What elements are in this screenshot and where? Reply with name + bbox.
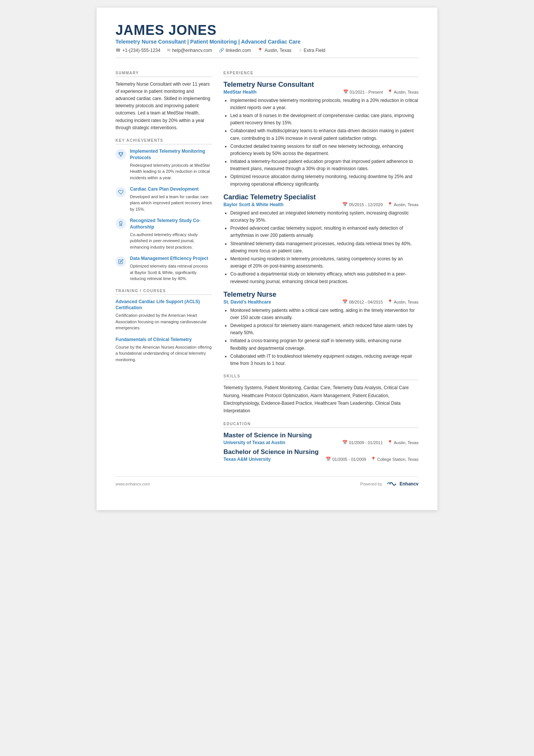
job-bullets-3: Monitored telemetry patients within a cr… <box>223 307 418 368</box>
achievement-item-3: Recognized Telemetry Study Co-Authorship… <box>116 218 212 250</box>
resume-page: JAMES JONES Telemetry Nurse Consultant |… <box>97 8 437 510</box>
training-title-2: Fundamentals of Clinical Telemetry <box>116 337 212 343</box>
achievement-content-1: Implemented Telemetry Monitoring Protoco… <box>130 148 212 181</box>
degree-2: Bachelor of Science in Nursing Texas A&M… <box>223 448 418 462</box>
training-desc-2: Course by the American Nurses Associatio… <box>116 344 212 363</box>
bullet-3-1: Monitored telemetry patients within a cr… <box>230 307 418 321</box>
job-location-3: 📍 Austin, Texas <box>387 299 418 304</box>
job-company-3: St. David's Healthcare <box>223 299 271 305</box>
footer-brand: Powered by Enhancv <box>360 481 418 487</box>
job-date-2: 📅 05/2015 - 12/2020 <box>342 202 383 207</box>
pin-edu-1: 📍 <box>387 440 393 445</box>
bullet-3-2: Developed a protocol for telemetry alarm… <box>230 322 418 337</box>
achievement-desc-2: Developed and led a team for cardiac car… <box>130 194 212 213</box>
achievement-title-1: Implemented Telemetry Monitoring Protoco… <box>130 148 212 161</box>
pin-icon-3: 📍 <box>387 299 393 304</box>
main-layout: SUMMARY Telemetry Nurse Consultant with … <box>116 64 418 465</box>
extra-contact: ☆ Extra Field <box>298 48 325 53</box>
skills-label: SKILLS <box>223 374 418 380</box>
degree-1: Master of Science in Nursing University … <box>223 432 418 445</box>
education-label: EDUCATION <box>223 422 418 428</box>
job-company-2: Baylor Scott & White Health <box>223 202 284 207</box>
phone-icon: ☎ <box>116 48 121 53</box>
job-title-1: Telemetry Nurse Consultant <box>223 81 418 89</box>
achievement-desc-3: Co-authored telemetry efficacy study pub… <box>130 232 212 250</box>
footer-website: www.enhancv.com <box>116 482 150 486</box>
achievement-icon-4 <box>116 256 126 267</box>
degree-location-1: 📍 Austin, Texas <box>387 440 418 445</box>
right-column: EXPERIENCE Telemetry Nurse Consultant Me… <box>223 64 418 465</box>
bullet-2-1: Designed and executed an integrated tele… <box>230 210 418 224</box>
powered-by-text: Powered by <box>360 482 382 486</box>
heart-icon <box>118 189 123 195</box>
star-icon: ☆ <box>298 48 302 53</box>
job-company-row-1: MedStar Health 📅 01/2021 - Present 📍 Aus… <box>223 89 418 95</box>
achievement-icon-3 <box>116 218 126 229</box>
job-bullets-2: Designed and executed an integrated tele… <box>223 210 418 285</box>
degree-title-2: Bachelor of Science in Nursing <box>223 448 418 456</box>
bullet-2-5: Co-authored a departmental study on tele… <box>230 271 418 285</box>
degree-date-2: 📅 01/2005 - 01/2009 <box>326 457 366 462</box>
job-bullets-1: Implemented innovative telemetry monitor… <box>223 97 418 188</box>
achievement-content-3: Recognized Telemetry Study Co-Authorship… <box>130 218 212 250</box>
training-title-1: Advanced Cardiac Life Support (ACLS) Cer… <box>116 299 212 311</box>
achievements-label: KEY ACHIEVEMENTS <box>116 138 212 144</box>
degree-meta-2: 📅 01/2005 - 01/2009 📍 College Station, T… <box>326 457 418 462</box>
degree-date-1: 📅 01/2009 - 01/2011 <box>342 440 383 445</box>
linkedin-icon: 🔗 <box>219 48 224 53</box>
achievement-item-1: Implemented Telemetry Monitoring Protoco… <box>116 148 212 181</box>
job-title-2: Cardiac Telemetry Specialist <box>223 193 418 201</box>
degree-school-row-1: University of Texas at Austin 📅 01/2009 … <box>223 440 418 445</box>
award-icon <box>118 221 123 226</box>
job-location-1: 📍 Austin, Texas <box>387 89 418 94</box>
achievement-item-4: Data Management Efficiency Project Optim… <box>116 255 212 282</box>
footer: www.enhancv.com Powered by Enhancv <box>116 476 418 487</box>
calendar-icon-3: 📅 <box>342 299 348 304</box>
training-item-2: Fundamentals of Clinical Telemetry Cours… <box>116 337 212 363</box>
location-icon: 📍 <box>258 48 263 53</box>
job-3: Telemetry Nurse St. David's Healthcare 📅… <box>223 291 418 368</box>
job-meta-2: 📅 05/2015 - 12/2020 📍 Austin, Texas <box>342 202 418 207</box>
summary-label: SUMMARY <box>116 71 212 77</box>
calendar-edu-2: 📅 <box>326 457 331 462</box>
bullet-2-3: Streamlined telemetry data management pr… <box>230 240 418 255</box>
pin-edu-2: 📍 <box>371 457 376 462</box>
contact-info: ☎ +1-(234)-555-1234 ✉ help@enhancv.com 🔗… <box>116 48 418 58</box>
achievement-desc-4: Optimized telemetry data retrieval proce… <box>130 263 212 282</box>
brand-logo-icon <box>386 481 397 487</box>
job-1: Telemetry Nurse Consultant MedStar Healt… <box>223 81 418 188</box>
calendar-edu-1: 📅 <box>342 440 348 445</box>
degree-school-row-2: Texas A&M University 📅 01/2005 - 01/2009… <box>223 457 418 462</box>
job-meta-1: 📅 01/2021 - Present 📍 Austin, Texas <box>343 89 418 94</box>
degree-meta-1: 📅 01/2009 - 01/2011 📍 Austin, Texas <box>342 440 418 445</box>
pin-icon-2: 📍 <box>387 202 393 207</box>
bullet-1-3: Collaborated with multidisciplinary team… <box>230 127 418 142</box>
achievement-title-3: Recognized Telemetry Study Co-Authorship <box>130 218 212 230</box>
job-company-row-3: St. David's Healthcare 📅 08/2012 - 04/20… <box>223 299 418 305</box>
job-company-1: MedStar Health <box>223 89 256 95</box>
school-name-1: University of Texas at Austin <box>223 440 285 445</box>
header: JAMES JONES Telemetry Nurse Consultant |… <box>116 23 418 58</box>
job-location-2: 📍 Austin, Texas <box>387 202 418 207</box>
achievement-title-4: Data Management Efficiency Project <box>130 255 212 262</box>
job-meta-3: 📅 08/2012 - 04/2015 📍 Austin, Texas <box>342 299 418 304</box>
job-2: Cardiac Telemetry Specialist Baylor Scot… <box>223 193 418 285</box>
linkedin-contact: 🔗 linkedin.com <box>219 48 251 53</box>
degree-location-2: 📍 College Station, Texas <box>371 457 418 462</box>
bullet-1-6: Optimized resource allocation during tel… <box>230 173 418 188</box>
job-company-row-2: Baylor Scott & White Health 📅 05/2015 - … <box>223 202 418 207</box>
training-desc-1: Certification provided by the American H… <box>116 312 212 331</box>
candidate-title: Telemetry Nurse Consultant | Patient Mon… <box>116 39 418 45</box>
job-title-3: Telemetry Nurse <box>223 291 418 299</box>
school-name-2: Texas A&M University <box>223 457 271 462</box>
calendar-icon-2: 📅 <box>342 202 348 207</box>
pencil-icon <box>118 259 123 264</box>
achievement-desc-1: Redesigned telemetry protocols at MedSta… <box>130 162 212 181</box>
candidate-name: JAMES JONES <box>116 23 418 38</box>
calendar-icon-1: 📅 <box>343 89 348 94</box>
degree-title-1: Master of Science in Nursing <box>223 432 418 439</box>
brand-name: Enhancv <box>400 481 418 487</box>
job-date-1: 📅 01/2021 - Present <box>343 89 383 94</box>
bullet-2-4: Mentored nursing residents in telemetry … <box>230 255 418 270</box>
bullet-3-4: Collaborated with IT to troubleshoot tel… <box>230 353 418 367</box>
